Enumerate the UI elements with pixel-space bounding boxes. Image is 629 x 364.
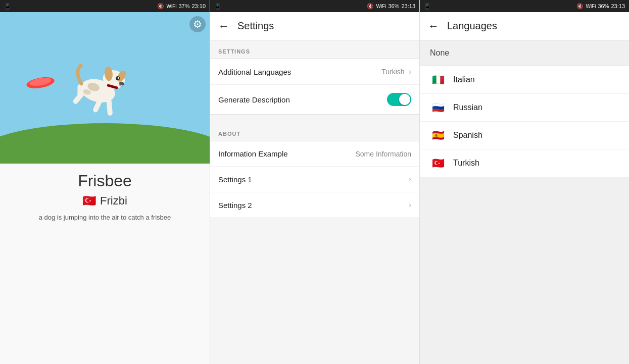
gear-icon: ⚙ (193, 18, 202, 30)
toggle-container (387, 93, 411, 106)
language-name-italian: Italian (453, 75, 475, 84)
svg-rect-16 (77, 84, 82, 98)
status-bar-right-1: 🔇 WiFi 37% 23:10 (157, 3, 206, 10)
settings-body: SETTINGS Additional Languages Turkish › … (210, 40, 419, 364)
status-bar-left-1: 📱 (4, 3, 11, 10)
toggle-knob (399, 94, 410, 105)
back-icon-settings: ← (218, 20, 229, 33)
mute-icon-2: 🔇 (367, 3, 374, 10)
languages-header: ← Languages (420, 12, 629, 40)
information-example-label: Information Example (218, 149, 288, 158)
status-bar-1: 📱 🔇 WiFi 37% 23:10 (0, 0, 210, 12)
about-group: Information Example Some Information Set… (210, 141, 419, 218)
status-bar-right-2: 🔇 WiFi 36% 23:13 (367, 3, 415, 10)
time-1: 23:10 (191, 3, 206, 9)
language-item-turkish[interactable]: 🇹🇷 Turkish (420, 149, 629, 177)
language-item-spanish[interactable]: 🇪🇸 Spanish (420, 122, 629, 149)
status-bar-left-3: 📱 (424, 3, 431, 10)
flag-turkish: 🇹🇷 (430, 158, 446, 169)
settings-panel: 📱 🔇 WiFi 36% 23:13 ← Settings SETTINGS A… (210, 0, 419, 364)
languages-title: Languages (447, 20, 497, 32)
dog-image-area: ⚙ (0, 12, 210, 164)
languages-back-button[interactable]: ← (428, 20, 439, 33)
information-example-item: Information Example Some Information (210, 141, 419, 167)
language-item-russian[interactable]: 🇷🇺 Russian (420, 94, 629, 122)
chevron-icon-settings2: › (409, 200, 411, 210)
flag-spanish: 🇪🇸 (430, 130, 446, 141)
app-content: Frisbee 🇹🇷 Frizbi a dog is jumping into … (0, 164, 210, 364)
flag-italian: 🇮🇹 (430, 74, 446, 85)
settings-1-item[interactable]: Settings 1 › (210, 167, 419, 192)
status-bar-right-3: 🔇 WiFi 36% 23:13 (576, 3, 625, 10)
status-bar-left-2: 📱 (214, 3, 221, 10)
sim-icon: 📱 (4, 3, 11, 10)
wifi-icon-3: WiFi (586, 4, 596, 9)
settings-spacer (210, 115, 419, 123)
settings-1-label: Settings 1 (218, 175, 252, 184)
time-2: 23:13 (401, 3, 415, 9)
app-translation-row: 🇹🇷 Frizbi (82, 194, 127, 207)
time-3: 23:13 (611, 3, 625, 9)
additional-languages-value-group: Turkish › (381, 67, 411, 76)
sim-icon-3: 📱 (424, 3, 431, 9)
sim-icon-2: 📱 (214, 3, 221, 9)
information-example-value: Some Information (356, 150, 412, 158)
additional-languages-item[interactable]: Additional Languages Turkish › (210, 59, 419, 85)
status-bar-2: 📱 🔇 WiFi 36% 23:13 (210, 0, 419, 12)
turkish-flag-main: 🇹🇷 (82, 194, 96, 207)
battery-text-2: 36% (388, 3, 399, 9)
back-icon-languages: ← (428, 20, 439, 33)
generate-description-label: Generate Description (218, 95, 290, 104)
settings-section-label: SETTINGS (210, 40, 419, 59)
settings-header: ← Settings (210, 12, 419, 40)
gear-button[interactable]: ⚙ (189, 16, 206, 32)
settings-title: Settings (237, 20, 274, 32)
chevron-icon-settings1: › (409, 175, 411, 184)
settings-2-value-group: › (409, 200, 411, 210)
wifi-icon: WiFi (166, 4, 176, 9)
information-example-value-group: Some Information (356, 150, 412, 158)
mute-icon: 🔇 (157, 3, 164, 10)
app-description: a dog is jumping into the air to catch a… (39, 214, 171, 221)
status-bar-3: 📱 🔇 WiFi 36% 23:13 (420, 0, 629, 12)
languages-body: None 🇮🇹 Italian 🇷🇺 Russian 🇪🇸 Spanish 🇹🇷… (420, 40, 629, 364)
settings-2-label: Settings 2 (218, 201, 252, 210)
language-name-turkish: Turkish (453, 159, 479, 168)
additional-languages-value: Turkish (381, 68, 404, 76)
generate-description-item[interactable]: Generate Description (210, 85, 419, 114)
language-none-item[interactable]: None (420, 40, 629, 66)
battery-text-1: 37% (178, 3, 189, 9)
none-label: None (430, 48, 449, 57)
language-name-russian: Russian (453, 103, 482, 112)
battery-text-3: 36% (598, 3, 609, 9)
main-app-panel: 📱 🔇 WiFi 37% 23:10 (0, 0, 210, 364)
settings-group-main: Additional Languages Turkish › Generate … (210, 59, 419, 115)
settings-1-value-group: › (409, 175, 411, 184)
settings-back-button[interactable]: ← (218, 20, 229, 33)
additional-languages-label: Additional Languages (218, 68, 291, 76)
app-main-title: Frisbee (78, 172, 132, 190)
language-item-italian[interactable]: 🇮🇹 Italian (420, 66, 629, 94)
svg-rect-2 (0, 138, 210, 164)
translation-text: Frizbi (100, 194, 127, 207)
chevron-icon-languages: › (409, 67, 411, 76)
mute-icon-3: 🔇 (576, 3, 584, 10)
flag-russian: 🇷🇺 (430, 102, 446, 113)
languages-panel: 📱 🔇 WiFi 36% 23:13 ← Languages None 🇮🇹 I… (419, 0, 629, 364)
settings-2-item[interactable]: Settings 2 › (210, 192, 419, 218)
wifi-icon-2: WiFi (376, 4, 386, 9)
language-name-spanish: Spanish (453, 131, 482, 140)
generate-description-toggle[interactable] (387, 93, 411, 106)
about-section-label: ABOUT (210, 123, 419, 141)
